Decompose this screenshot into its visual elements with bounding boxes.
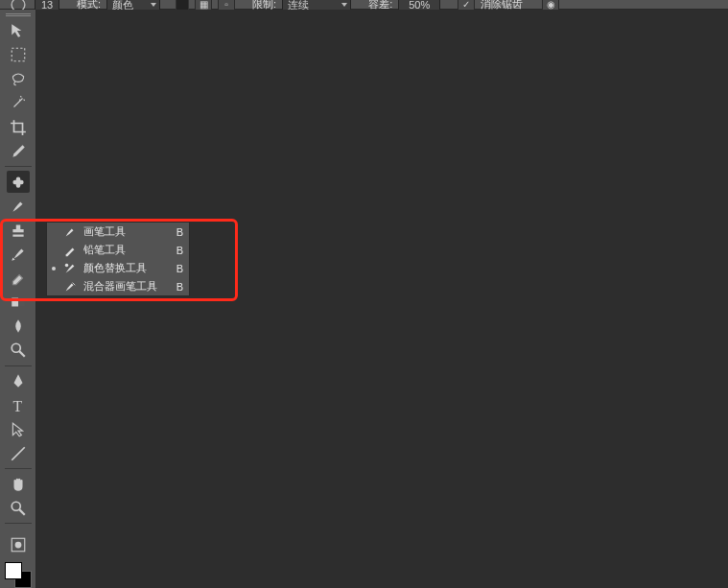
fg-color-swatch[interactable] (5, 562, 22, 579)
toolbox: T (0, 10, 36, 588)
tool-type[interactable]: T (7, 394, 30, 416)
toolbox-divider (5, 166, 32, 167)
tool-crop[interactable] (7, 116, 30, 138)
tool-line[interactable] (7, 442, 30, 464)
tool-marquee[interactable] (7, 44, 30, 66)
flyout-item-brush[interactable]: 画笔工具 B (47, 223, 189, 241)
svg-point-11 (65, 263, 69, 267)
tool-path-select[interactable] (7, 418, 30, 440)
tool-zoom[interactable] (7, 497, 30, 519)
flyout-shortcut: B (176, 226, 183, 238)
toolbox-divider (5, 365, 32, 366)
tool-gradient[interactable] (7, 292, 30, 314)
options-bar: 13 模式: 颜色 ▦ ▫ 限制: 连续 容差: 50% ✓ 消除锯齿 ◉ (0, 0, 728, 10)
tool-dodge[interactable] (7, 340, 30, 362)
active-dot (51, 267, 57, 270)
svg-point-8 (12, 502, 20, 510)
svg-rect-1 (12, 49, 25, 62)
svg-point-6 (12, 344, 20, 353)
flyout-shortcut: B (176, 263, 183, 274)
tool-blur[interactable] (7, 316, 30, 338)
tool-healing[interactable] (7, 171, 30, 193)
color-replace-icon (62, 261, 78, 276)
toolbox-divider (5, 523, 32, 524)
flyout-label: 混合器画笔工具 (83, 279, 171, 294)
toolbox-grip[interactable] (0, 10, 35, 19)
tool-move[interactable] (7, 20, 30, 42)
brush-icon (62, 224, 78, 240)
flyout-label: 铅笔工具 (83, 243, 171, 257)
toolbox-divider (5, 468, 32, 469)
tool-preset-icon[interactable] (8, 1, 29, 9)
tool-eyedropper[interactable] (7, 140, 30, 162)
svg-point-10 (14, 541, 21, 548)
mixer-brush-icon (62, 279, 78, 294)
brush-flyout-menu: 画笔工具 B 铅笔工具 B 颜色替换工具 B 混合器画笔工具 B (46, 222, 190, 296)
tool-wand[interactable] (7, 92, 30, 114)
tool-stamp[interactable] (7, 219, 30, 241)
flyout-item-mixer-brush[interactable]: 混合器画笔工具 B (47, 277, 189, 295)
flyout-label: 颜色替换工具 (83, 261, 171, 275)
tool-hand[interactable] (7, 473, 30, 495)
color-swatches[interactable] (5, 562, 32, 588)
flyout-label: 画笔工具 (83, 224, 171, 239)
pencil-icon (62, 243, 78, 258)
flyout-item-pencil[interactable]: 铅笔工具 B (47, 241, 189, 259)
svg-text:T: T (12, 397, 22, 413)
svg-rect-3 (15, 176, 20, 187)
tool-history[interactable] (7, 243, 30, 265)
svg-rect-5 (12, 298, 18, 307)
tool-brush[interactable] (7, 195, 30, 217)
tool-lasso[interactable] (7, 68, 30, 90)
flyout-item-color-replace[interactable]: 颜色替换工具 B (47, 259, 189, 277)
canvas-area[interactable] (36, 10, 728, 588)
tool-quickmask[interactable] (7, 533, 30, 555)
tool-eraser[interactable] (7, 268, 30, 290)
tool-pen[interactable] (7, 370, 30, 392)
flyout-shortcut: B (176, 245, 183, 256)
flyout-shortcut: B (176, 281, 183, 293)
